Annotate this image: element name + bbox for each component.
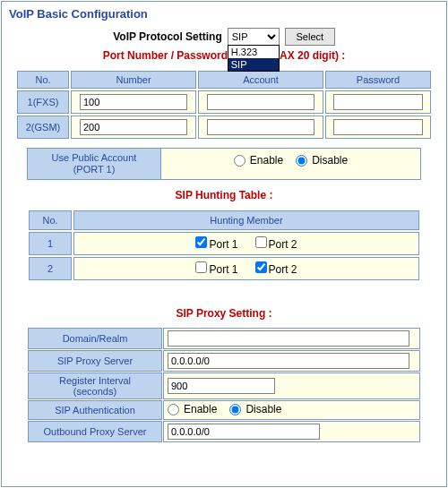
auth-disable-radio[interactable] (229, 404, 241, 415)
col-password: Password (325, 71, 431, 89)
domain-input[interactable] (168, 330, 409, 347)
protocol-select[interactable]: SIP (228, 28, 280, 46)
hunting-table: No. Hunting Member 1 Port 1 Port 2 2 Por… (27, 209, 421, 282)
row1-account-input[interactable] (207, 94, 314, 110)
public-account-value: Enable Disable (161, 148, 421, 180)
page-title: VoIP Basic Configuration (9, 7, 439, 21)
hunt2-port1-option[interactable]: Port 1 (195, 263, 237, 276)
public-account-label: Use Public Account (PORT 1) (27, 148, 161, 180)
proxy-title: SIP Proxy Setting : (9, 307, 439, 320)
proxy-table: Domain/Realm SIP Proxy Server Register I… (27, 327, 421, 443)
hunt1-port1-checkbox[interactable] (195, 236, 207, 248)
public-account-row: Use Public Account (PORT 1) Enable Disab… (27, 148, 421, 180)
table-row: 1 Port 1 Port 2 (29, 232, 419, 255)
col-number: Number (71, 71, 196, 89)
hunt-row1-no: 1 (29, 232, 72, 255)
col-no: No. (17, 71, 69, 89)
public-enable-option[interactable]: Enable (234, 154, 283, 167)
server-label: SIP Proxy Server (28, 350, 162, 372)
row2-number-input[interactable] (80, 119, 187, 135)
hunt-row2-no: 2 (29, 257, 72, 280)
auth-disable-option[interactable]: Disable (229, 403, 281, 415)
hunt-col-no: No. (29, 210, 72, 230)
row2-no: 2(GSM) (17, 116, 69, 139)
table-row: 2(GSM) (17, 116, 431, 139)
row2-password-input[interactable] (333, 119, 423, 135)
hunt2-port2-option[interactable]: Port 2 (255, 263, 297, 276)
col-account: Account (198, 71, 323, 89)
select-button[interactable]: Select (285, 28, 335, 46)
interval-label: Register Interval (seconds) (28, 372, 162, 399)
protocol-label: VoIP Protocol Setting (113, 30, 222, 43)
row1-number-input[interactable] (80, 94, 187, 110)
row1-no: 1(FXS) (17, 90, 69, 114)
auth-label: SIP Authentication (28, 400, 162, 420)
hunt2-port1-checkbox[interactable] (195, 261, 207, 273)
hunt-col-member: Hunting Member (73, 210, 419, 230)
domain-label: Domain/Realm (28, 328, 162, 349)
server-input[interactable] (168, 353, 409, 369)
table-row: 2 Port 1 Port 2 (29, 257, 419, 280)
auth-enable-radio[interactable] (168, 404, 179, 415)
port-table: No. Number Account Password 1(FXS) 2(GSM… (15, 69, 433, 141)
outbound-label: Outbound Proxy Server (28, 421, 162, 442)
hunt1-port2-option[interactable]: Port 2 (255, 238, 297, 251)
protocol-row: VoIP Protocol Setting SIP H.323 SIP Sele… (9, 28, 439, 46)
interval-input[interactable] (168, 378, 275, 394)
hunting-title: SIP Hunting Table : (9, 189, 439, 201)
protocol-dropdown-list[interactable]: H.323 SIP (228, 45, 280, 72)
row2-account-input[interactable] (207, 119, 314, 135)
port-section-header: Port Number / Password Setting(MAX 20 di… (9, 49, 439, 62)
public-disable-radio[interactable] (296, 155, 307, 167)
protocol-option-sip[interactable]: SIP (228, 58, 279, 71)
row1-password-input[interactable] (333, 94, 423, 110)
hunt1-port1-option[interactable]: Port 1 (195, 238, 237, 251)
protocol-option-h323[interactable]: H.323 (228, 46, 279, 58)
table-row: 1(FXS) (17, 90, 431, 114)
public-enable-radio[interactable] (234, 155, 246, 167)
auth-enable-option[interactable]: Enable (168, 403, 217, 415)
config-frame: VoIP Basic Configuration VoIP Protocol S… (1, 1, 447, 487)
hunt2-port2-checkbox[interactable] (255, 261, 267, 273)
outbound-input[interactable] (168, 424, 320, 440)
hunt1-port2-checkbox[interactable] (255, 236, 267, 248)
public-disable-option[interactable]: Disable (296, 154, 348, 167)
